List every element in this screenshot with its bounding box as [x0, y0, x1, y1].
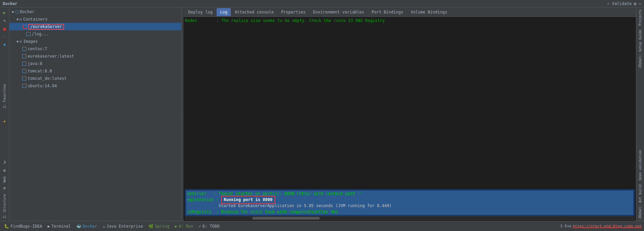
spring-icon: 🌿 [148, 224, 153, 229]
eurekaserver-label: /eurekaServer [30, 24, 62, 29]
tree-item-eurekaserver[interactable]: /eurekaServer [9, 23, 181, 30]
log-section-bottom: ebServer : Tomcat started on port(s): 80… [185, 189, 635, 216]
tree-item-java8[interactable]: java:8 [9, 60, 181, 67]
tree-item-log[interactable]: /log... [9, 30, 181, 38]
containers-label: Containers [23, 17, 48, 22]
tool-run[interactable]: ▶ 4: Run [173, 223, 195, 229]
jrebel-icon[interactable]: J [1, 159, 8, 166]
right-sidebar: Projects JRebel: Setup Guide bean valida… [636, 7, 644, 221]
tab-properties[interactable]: Properties [278, 8, 309, 16]
images-label: Images [23, 39, 38, 44]
run-btn-icon: ▶ [175, 224, 177, 229]
tab-env-vars[interactable]: Environment variables [310, 8, 368, 16]
tab-log[interactable]: Log [217, 8, 231, 16]
ubuntu-label: ubuntu:14.04 [28, 84, 57, 88]
docker-icon: 🐳 [76, 224, 81, 229]
log-node-label: /log... [32, 32, 49, 36]
terminal-icon: ▶ [48, 224, 50, 229]
run-icon[interactable]: ▶ [1, 9, 8, 16]
bottom-toolbar: 🐛 FindBugs-IDEA ▶ Terminal 🐳 Docker ☕ Ja… [0, 221, 644, 231]
right-label-jrebel[interactable]: JRebel: Setup Guide [638, 28, 643, 70]
favorites-label: 2: Favorites [3, 82, 6, 109]
status-left: 3 Eve [560, 224, 571, 228]
left-toolbar: ▶ ✎ ■ − ▼ 2: Favorites ★ J ⊕ Web ≡ Z: St… [0, 7, 9, 221]
tool-java-enterprise[interactable]: ☕ Java Enterprise [101, 223, 145, 229]
right-label-ant[interactable]: JRebel: Ant build [638, 183, 643, 221]
filter-icon[interactable]: ▼ [1, 41, 8, 48]
docker-root-label: Docker [20, 9, 34, 14]
findbugs-icon: 🐛 [4, 224, 9, 229]
centos7-label: centos:7 [28, 46, 47, 51]
structure-label: Z: Structure [3, 193, 6, 220]
tab-port-bindings[interactable]: Port Bindings [368, 8, 407, 16]
tree-container: ▼ ⬡ Docker ▼ ⊞ Containers /eurekaServer [9, 7, 181, 221]
right-label-projects[interactable]: Projects [638, 7, 643, 28]
tab-attached-console[interactable]: Attached console [231, 8, 277, 16]
tool-todo[interactable]: ✓ 6: TODO [197, 223, 222, 229]
todo-icon: ✓ [199, 224, 201, 229]
minimize-icon[interactable]: − [639, 1, 641, 6]
tool-spring[interactable]: 🌿 Spring [146, 223, 171, 229]
tree-item-tomcat-de[interactable]: tomcat_de:latest [9, 75, 181, 82]
settings-icon[interactable]: ⚙ [634, 1, 636, 6]
tomcat80-label: tomcat:8.0 [28, 69, 52, 73]
minus-icon[interactable]: − [1, 33, 8, 40]
right-panel: Deploy log Log Attached console Properti… [184, 7, 636, 221]
tool-terminal[interactable]: ▶ Terminal [46, 223, 73, 229]
tab-bar: Deploy log Log Attached console Properti… [184, 7, 636, 17]
edit-icon[interactable]: ✎ [1, 17, 8, 24]
tab-deploy-log[interactable]: Deploy log [185, 8, 216, 16]
java-enterprise-icon: ☕ [103, 224, 105, 229]
web-label: Web [3, 175, 6, 184]
tool-findbugs[interactable]: 🐛 FindBugs-IDEA [2, 223, 44, 229]
tree-item-images[interactable]: ▼ ⊞ Images [9, 38, 181, 45]
tab-volume-bindings[interactable]: Volume Bindings [407, 8, 450, 16]
log-content[interactable]: Nodes : The replica size seems to be emp… [184, 17, 636, 221]
log-line-nodes: Nodes : The replica size seems to be emp… [185, 18, 635, 24]
tree-item-centos7[interactable]: centos:7 [9, 45, 181, 53]
log-line-started: Started EurekaserverApplication in 5.95 … [186, 203, 633, 209]
structure-icon[interactable]: ≡ [1, 185, 8, 192]
tree-item-eurekaserver-latest[interactable]: eurekaserver:latest [9, 53, 181, 60]
scrollbar-area[interactable] [185, 216, 635, 220]
tree-item-containers[interactable]: ▼ ⊞ Containers [9, 15, 181, 23]
tree-item-docker-root[interactable]: ▼ ⬡ Docker [9, 8, 181, 15]
log-line-evict: ceRegistry : Running the evict task with… [186, 209, 633, 215]
star-icon[interactable]: ★ [1, 118, 8, 125]
java8-label: java:8 [28, 61, 42, 66]
stop-icon[interactable]: ■ [1, 25, 8, 32]
tree-item-ubuntu[interactable]: ubuntu:14.04 [9, 82, 181, 90]
tree-item-tomcat80[interactable]: tomcat:8.0 [9, 67, 181, 75]
eurekaserver-latest-label: eurekaserver:latest [28, 54, 74, 59]
tomcat-de-label: tomcat_de:latest [28, 76, 67, 81]
tool-docker[interactable]: 🐳 Docker [74, 223, 99, 229]
status-url[interactable]: https://start.end.blog.csdn.net [573, 224, 642, 228]
web-icon[interactable]: ⊕ [1, 167, 8, 174]
sidebar: ▼ ⬡ Docker ▼ ⊞ Containers /eurekaServer [9, 7, 181, 221]
right-label-bean[interactable]: bean validation [638, 148, 643, 182]
log-line-registration: egistration : Running port is 8000 [186, 197, 633, 203]
app-title: Docker [3, 1, 17, 6]
